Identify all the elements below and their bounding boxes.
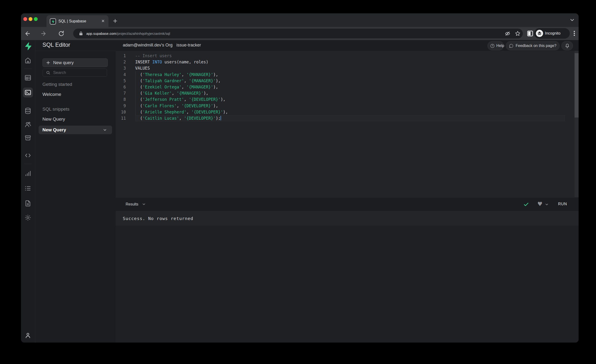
supabase-logo-icon[interactable] xyxy=(24,42,32,51)
code-text: INSERT INTO users(name, roles) xyxy=(135,59,208,64)
tab-title: SQL | Supabase xyxy=(58,15,86,27)
line-number: 1 xyxy=(116,53,126,58)
new-query-button-label: New query xyxy=(53,60,74,65)
code-line[interactable]: 2INSERT INTO users(name, roles) xyxy=(116,59,569,65)
incognito-badge: Incognito xyxy=(534,28,570,39)
bookmark-star-icon[interactable] xyxy=(515,30,521,37)
feedback-button[interactable]: Feedback on this page? xyxy=(506,41,559,50)
snippet-item-welcome[interactable]: Welcome xyxy=(42,92,109,97)
code-text: ('Carlo Flores', '{DEVELOPER}'), xyxy=(135,104,218,108)
svg-text:?: ? xyxy=(492,45,493,47)
incognito-icon xyxy=(536,30,543,37)
code-lines: 1-- Insert users2INSERT INTO users(name,… xyxy=(116,53,569,121)
code-line[interactable]: 7 ('Gia Keller', '{MANAGER}'), xyxy=(116,90,569,96)
snippet-item-new-query-active[interactable]: New Query xyxy=(39,126,112,134)
results-message-row: Success. No rows returned xyxy=(116,211,579,226)
api-docs-icon[interactable] xyxy=(24,200,31,207)
tab-search-chevron-icon[interactable] xyxy=(569,17,575,23)
reports-icon[interactable] xyxy=(24,170,31,177)
eye-off-icon[interactable] xyxy=(505,31,510,37)
code-line[interactable]: 8 ('Jefferson Pratt', '{DEVELOPER}'), xyxy=(116,96,569,103)
code-text: ('Gia Keller', '{MANAGER}'), xyxy=(135,91,208,96)
code-text: ('Caitlin Lucas', '{DEVELOPER}'); xyxy=(135,116,221,121)
results-chevron-icon[interactable] xyxy=(142,202,146,206)
rail-divider xyxy=(24,164,32,164)
code-text: VALUES xyxy=(135,66,150,71)
code-line[interactable]: 1-- Insert users xyxy=(116,53,569,59)
browser-menu-icon[interactable] xyxy=(571,30,578,37)
browser-toolbar: app.supabase.com/project/azahtnhqohyjerz… xyxy=(21,27,579,40)
snippet-item-new-query[interactable]: New Query xyxy=(42,117,109,122)
side-panel-icon[interactable] xyxy=(527,30,533,37)
code-text: -- Insert users xyxy=(135,53,172,58)
edge-functions-icon[interactable] xyxy=(24,152,31,159)
back-icon[interactable] xyxy=(23,30,30,37)
breadcrumb-project[interactable]: issue-tracker xyxy=(176,40,201,51)
browser-tab[interactable]: SQL | Supabase ✕ xyxy=(46,15,108,27)
code-line[interactable]: 9 ('Carlo Flores', '{DEVELOPER}'), xyxy=(116,103,569,109)
storage-icon[interactable] xyxy=(24,134,31,141)
chevron-down-icon[interactable] xyxy=(103,128,107,132)
feedback-bubble-icon xyxy=(509,44,514,48)
screen: SQL | Supabase ✕ xyxy=(0,0,596,364)
line-number: 7 xyxy=(116,91,126,96)
account-icon[interactable] xyxy=(24,332,31,339)
url-host: app.supabase.com xyxy=(86,32,116,36)
code-text: ('Taliyah Gardner', '{MANAGER}'), xyxy=(135,78,221,83)
auth-users-icon[interactable] xyxy=(24,121,31,128)
logs-icon[interactable] xyxy=(24,185,31,192)
breadcrumb-org[interactable]: adam@windmill.dev's Org xyxy=(123,40,173,51)
bell-icon xyxy=(565,43,570,48)
notifications-button[interactable] xyxy=(561,41,573,50)
table-editor-icon[interactable] xyxy=(24,74,31,81)
url-path: /project/azahtnhqohyjerzaxtmk/sql xyxy=(116,32,170,36)
results-dropdown-label[interactable]: Results xyxy=(126,202,138,207)
browser-window: SQL | Supabase ✕ xyxy=(21,13,579,342)
code-editor[interactable]: 1-- Insert users2INSERT INTO users(name,… xyxy=(116,51,579,197)
rail-divider xyxy=(24,69,32,69)
favorite-heart-icon[interactable]: ♥ xyxy=(537,201,543,207)
forward-icon[interactable] xyxy=(41,30,48,37)
snippet-search[interactable] xyxy=(43,69,107,77)
new-tab-button[interactable] xyxy=(112,17,119,25)
line-number: 9 xyxy=(116,104,126,108)
reload-icon[interactable] xyxy=(58,30,65,37)
help-button-label: Help xyxy=(496,44,504,48)
section-getting-started: Getting started xyxy=(42,82,109,88)
code-text: ('Theresa Hurley', '{MANAGER}'), xyxy=(135,72,218,77)
content-header: adam@windmill.dev's Org / issue-tracker … xyxy=(116,40,579,51)
close-window-button[interactable] xyxy=(23,17,27,21)
tab-close-icon[interactable]: ✕ xyxy=(101,19,105,24)
success-message: Success. No rows returned xyxy=(123,216,193,221)
nav-rail xyxy=(21,40,35,342)
incognito-label: Incognito xyxy=(545,31,560,36)
code-line[interactable]: 4 ('Theresa Hurley', '{MANAGER}'), xyxy=(116,72,569,78)
tab-strip: SQL | Supabase ✕ xyxy=(21,13,579,27)
url-text: app.supabase.com/project/azahtnhqohyjerz… xyxy=(86,32,170,36)
new-query-button[interactable]: New query xyxy=(42,58,108,67)
section-sql-snippets: SQL snippets xyxy=(42,107,109,112)
line-number: 5 xyxy=(116,78,126,83)
help-button[interactable]: ? Help xyxy=(488,41,504,50)
run-options-chevron-icon[interactable] xyxy=(545,203,549,206)
settings-gear-icon[interactable] xyxy=(24,214,31,221)
url-bar[interactable]: app.supabase.com/project/azahtnhqohyjerz… xyxy=(73,29,523,38)
editor-scrollbar-thumb[interactable] xyxy=(574,53,579,118)
home-icon[interactable] xyxy=(24,57,31,64)
code-line[interactable]: 3VALUES xyxy=(116,65,569,71)
code-line[interactable]: 5 ('Taliyah Gardner', '{MANAGER}'), xyxy=(116,78,569,84)
run-button[interactable]: RUN xyxy=(558,202,567,206)
database-icon[interactable] xyxy=(24,107,31,114)
sql-editor-panel: SQL Editor New query Getting started Wel… xyxy=(35,40,116,342)
search-input[interactable] xyxy=(53,70,101,75)
code-line[interactable]: 11 ('Caitlin Lucas', '{DEVELOPER}'); xyxy=(116,115,569,121)
code-line[interactable]: 10 ('Arielle Shepherd', '{DEVELOPER}'), xyxy=(116,109,569,115)
minimize-window-button[interactable] xyxy=(29,17,32,21)
sql-editor-icon[interactable] xyxy=(24,89,31,96)
code-line[interactable]: 6 ('Ezekiel Ortega', '{MANAGER}'), xyxy=(116,84,569,90)
results-empty-area xyxy=(116,226,579,342)
main-content: adam@windmill.dev's Org / issue-tracker … xyxy=(116,40,579,342)
zoom-window-button[interactable] xyxy=(34,17,38,21)
breadcrumb-separator: / xyxy=(171,40,172,51)
help-icon: ? xyxy=(490,44,495,48)
